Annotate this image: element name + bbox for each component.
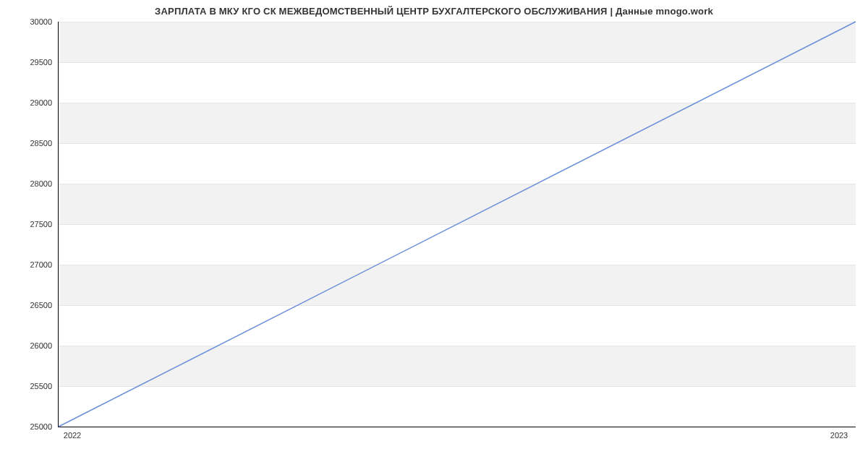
x-tick-label: 2022: [64, 431, 81, 440]
y-tick-label: 26000: [30, 341, 52, 350]
x-tick-label: 2023: [830, 431, 848, 440]
line-plot: [59, 22, 856, 427]
y-tick-label: 29000: [30, 98, 52, 107]
y-tick-label: 28000: [30, 179, 52, 188]
y-tick-label: 27500: [30, 220, 52, 228]
plot-area: [58, 22, 856, 427]
y-tick-label: 26500: [30, 301, 52, 309]
y-tick-label: 25000: [30, 422, 52, 431]
y-tick-label: 25500: [30, 382, 52, 390]
chart-container: ЗАРПЛАТА В МКУ КГО СК МЕЖВЕДОМСТВЕННЫЙ Ц…: [0, 0, 868, 470]
data-line: [59, 22, 856, 427]
y-tick-label: 28500: [30, 139, 52, 148]
y-tick-label: 29500: [30, 58, 52, 67]
y-tick-label: 30000: [30, 17, 52, 26]
y-tick-label: 27000: [30, 260, 52, 269]
chart-title: ЗАРПЛАТА В МКУ КГО СК МЕЖВЕДОМСТВЕННЫЙ Ц…: [0, 6, 868, 17]
